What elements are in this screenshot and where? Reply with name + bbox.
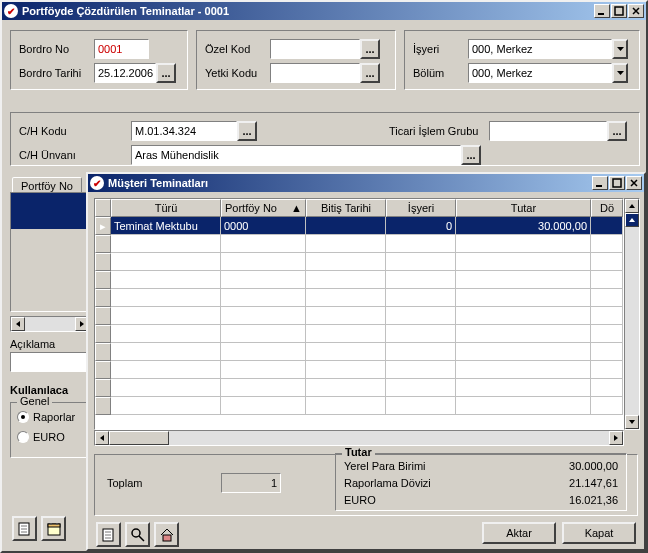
aciklama-field[interactable]: [10, 352, 88, 372]
table-row[interactable]: [95, 343, 623, 361]
cell-do: [591, 217, 623, 235]
list-icon[interactable]: [96, 522, 121, 547]
isyeri-select[interactable]: 000, Merkez: [468, 39, 612, 59]
scroll-left-icon[interactable]: [95, 431, 109, 445]
tutar-euro-label: EURO: [344, 494, 474, 506]
ticari-islem-field[interactable]: [489, 121, 607, 141]
grid-row-header[interactable]: [95, 199, 111, 217]
radio-euro[interactable]: [17, 431, 29, 443]
panel-bordro: Bordro No 0001 Bordro Tarihi 25.12.2006 …: [10, 30, 188, 90]
close-button[interactable]: [628, 4, 644, 18]
bordro-no-field[interactable]: 0001: [94, 39, 149, 59]
aktar-button[interactable]: Aktar: [482, 522, 556, 544]
scroll-left-icon[interactable]: [11, 317, 25, 331]
col-bitis[interactable]: Bitiş Tarihi: [306, 199, 386, 217]
table-row[interactable]: ▸ Teminat Mektubu 0000 0 30.000,00: [95, 217, 623, 235]
bordro-tarihi-picker[interactable]: ...: [156, 63, 176, 83]
sort-asc-icon: ▲: [291, 202, 302, 214]
ozel-kod-field[interactable]: [270, 39, 360, 59]
scroll-thumb[interactable]: [625, 213, 639, 227]
main-grid-area: [10, 192, 90, 312]
radio-raporlar[interactable]: [17, 411, 29, 423]
app-icon: ✔: [90, 176, 104, 190]
aciklama-label: Açıklama: [10, 338, 55, 350]
bolum-select[interactable]: 000, Merkez: [468, 63, 612, 83]
scroll-up-icon[interactable]: [625, 199, 639, 213]
sub-minimize-button[interactable]: [592, 176, 608, 190]
home-icon[interactable]: [154, 522, 179, 547]
cell-portfoy: 0000: [221, 217, 306, 235]
sub-grid[interactable]: Türü Portföy No▲ Bitiş Tarihi İşyeri Tut…: [94, 198, 624, 430]
table-row[interactable]: [95, 361, 623, 379]
col-do[interactable]: Dö: [591, 199, 623, 217]
svg-rect-4: [48, 524, 60, 527]
table-row[interactable]: [95, 235, 623, 253]
raporlar-label: Raporlar: [33, 411, 75, 423]
notes-icon[interactable]: [12, 516, 37, 541]
table-row[interactable]: [95, 307, 623, 325]
ch-kodu-field[interactable]: M.01.34.324: [131, 121, 237, 141]
ozel-kod-lookup[interactable]: ...: [360, 39, 380, 59]
ch-unvani-field[interactable]: Aras Mühendislik: [131, 145, 461, 165]
tutar-legend: Tutar: [342, 446, 375, 458]
table-row[interactable]: [95, 271, 623, 289]
table-row[interactable]: [95, 397, 623, 415]
minimize-button[interactable]: [594, 4, 610, 18]
bordro-tarihi-field[interactable]: 25.12.2006: [94, 63, 156, 83]
table-row[interactable]: [95, 289, 623, 307]
fieldset-genel: Genel Raporlar EURO: [10, 402, 88, 458]
maximize-button[interactable]: [611, 4, 627, 18]
search-icon[interactable]: [125, 522, 150, 547]
rapor-value: 21.147,61: [474, 477, 618, 489]
isyeri-label: İşyeri: [413, 43, 468, 55]
svg-rect-0: [598, 13, 604, 15]
col-turu[interactable]: Türü: [111, 199, 221, 217]
sub-title: Müşteri Teminatları: [108, 177, 592, 189]
scroll-down-icon[interactable]: [625, 415, 639, 429]
kapat-button[interactable]: Kapat: [562, 522, 636, 544]
row-selector-icon[interactable]: ▸: [95, 217, 111, 235]
ozel-kod-label: Özel Kod: [205, 43, 270, 55]
calendar-icon[interactable]: [41, 516, 66, 541]
cell-tutar: 30.000,00: [456, 217, 591, 235]
col-tutar[interactable]: Tutar: [456, 199, 591, 217]
isyeri-dropdown[interactable]: [612, 39, 628, 59]
svg-point-10: [132, 529, 140, 537]
ticari-islem-label: Ticari İşlem Grubu: [389, 125, 489, 137]
table-row[interactable]: [95, 253, 623, 271]
cell-isyeri: 0: [386, 217, 456, 235]
fieldset-tutar: Tutar Yerel Para Birimi30.000,00 Raporla…: [335, 453, 627, 511]
yerel-label: Yerel Para Birimi: [344, 460, 474, 472]
toplam-label: Toplam: [107, 477, 142, 489]
yetki-kodu-lookup[interactable]: ...: [360, 63, 380, 83]
rapor-label: Raporlama Dövizi: [344, 477, 474, 489]
sub-maximize-button[interactable]: [609, 176, 625, 190]
scroll-right-icon[interactable]: [609, 431, 623, 445]
col-isyeri[interactable]: İşyeri: [386, 199, 456, 217]
panel-isyeri: İşyeri 000, Merkez Bölüm 000, Merkez: [404, 30, 640, 90]
col-portfoy-no[interactable]: Portföy No▲: [221, 199, 306, 217]
yetki-kodu-label: Yetki Kodu: [205, 67, 270, 79]
scroll-thumb-h[interactable]: [109, 431, 169, 445]
cell-bitis: [306, 217, 386, 235]
svg-point-6: [56, 523, 58, 525]
main-grid-hscroll[interactable]: [10, 316, 90, 332]
sub-grid-hscroll[interactable]: [94, 430, 624, 446]
table-row[interactable]: [95, 325, 623, 343]
table-row[interactable]: [95, 379, 623, 397]
svg-rect-11: [163, 535, 171, 541]
sub-close-button[interactable]: [626, 176, 642, 190]
toplam-field: 1: [221, 473, 281, 493]
sub-grid-vscroll[interactable]: [624, 198, 640, 430]
sub-window: ✔ Müşteri Teminatları Türü Portföy No▲ B…: [86, 172, 646, 551]
panel-ch: C/H Kodu M.01.34.324 ... Ticari İşlem Gr…: [10, 112, 640, 166]
bolum-dropdown[interactable]: [612, 63, 628, 83]
ticari-islem-lookup[interactable]: ...: [607, 121, 627, 141]
sub-titlebar: ✔ Müşteri Teminatları: [88, 174, 644, 192]
yetki-kodu-field[interactable]: [270, 63, 360, 83]
app-icon: ✔: [4, 4, 18, 18]
ch-kodu-lookup[interactable]: ...: [237, 121, 257, 141]
bordro-no-label: Bordro No: [19, 43, 94, 55]
ch-unvani-lookup[interactable]: ...: [461, 145, 481, 165]
main-title: Portföyde Çözdürülen Teminatlar - 0001: [22, 5, 594, 17]
